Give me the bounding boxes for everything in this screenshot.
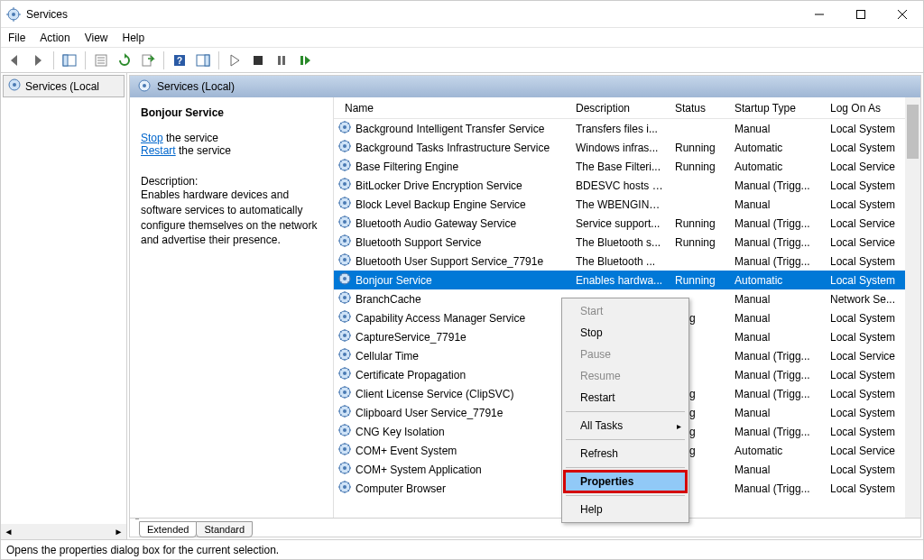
description-label: Description:	[141, 175, 322, 188]
col-status[interactable]: Status	[670, 102, 729, 115]
service-name: Base Filtering Engine	[356, 161, 458, 173]
service-row[interactable]: Background Intelligent Transfer ServiceT…	[334, 119, 920, 138]
ctx-pause: Pause	[564, 344, 687, 365]
service-description: The Base Filteri...	[570, 161, 670, 173]
ctx-refresh[interactable]: Refresh	[564, 443, 687, 464]
svg-point-30	[343, 125, 346, 129]
gear-icon	[7, 78, 22, 95]
svg-point-70	[343, 201, 346, 205]
ctx-all-tasks[interactable]: All Tasks▸	[564, 415, 687, 436]
svg-rect-20	[205, 55, 209, 66]
menu-help[interactable]: Help	[123, 32, 145, 44]
service-startup-type: Manual	[729, 331, 825, 344]
pause-service-button[interactable]	[272, 50, 291, 70]
service-log-on-as: Local System	[825, 312, 917, 325]
service-row[interactable]: Bonjour ServiceEnables hardwa...RunningA…	[334, 271, 920, 289]
refresh-button[interactable]	[115, 50, 134, 70]
service-description: The WBENGINE...	[570, 198, 670, 211]
back-button[interactable]	[5, 50, 24, 70]
start-service-button[interactable]	[225, 50, 245, 70]
service-row[interactable]: Bluetooth Audio Gateway ServiceService s…	[334, 214, 920, 233]
forward-button[interactable]	[28, 50, 48, 70]
nav-horizontal-scrollbar[interactable]: ◄ ►	[1, 524, 126, 539]
services-app-icon	[6, 7, 21, 22]
ctx-properties[interactable]: Properties	[564, 471, 687, 492]
gear-icon	[337, 120, 352, 137]
menu-view[interactable]: View	[85, 32, 108, 44]
ctx-all-tasks-label: All Tasks	[580, 419, 623, 432]
close-button[interactable]	[882, 1, 923, 27]
service-name: COM+ System Application	[356, 464, 482, 476]
ctx-stop[interactable]: Stop	[564, 322, 687, 344]
tab-extended[interactable]: Extended	[139, 521, 197, 537]
col-log-on-as[interactable]: Log On As	[825, 102, 917, 115]
service-name: COM+ Event System	[356, 445, 457, 457]
stop-service-button[interactable]	[248, 50, 268, 70]
vertical-scrollbar[interactable]	[905, 97, 920, 518]
tab-standard[interactable]: Standard	[196, 521, 253, 537]
service-row[interactable]: Block Level Backup Engine ServiceThe WBE…	[334, 195, 920, 214]
export-button[interactable]	[138, 50, 158, 70]
stop-link[interactable]: Stop	[141, 132, 163, 144]
menu-bar: File Action View Help	[1, 28, 923, 48]
svg-rect-24	[300, 56, 303, 65]
scrollbar-thumb[interactable]	[907, 105, 919, 159]
service-log-on-as: Local Service	[825, 161, 917, 173]
service-description: BDESVC hosts t...	[570, 179, 670, 192]
ctx-restart[interactable]: Restart	[564, 387, 687, 409]
service-log-on-as: Local Service	[825, 236, 917, 249]
restart-service-button[interactable]	[295, 50, 315, 70]
service-name: Background Intelligent Transfer Service	[356, 123, 544, 135]
service-row[interactable]: Background Tasks Infrastructure ServiceW…	[334, 138, 920, 157]
service-row[interactable]: Bluetooth User Support Service_7791eThe …	[334, 252, 920, 271]
service-status: Running	[670, 217, 729, 230]
svg-rect-11	[63, 55, 68, 66]
window-title: Services	[26, 8, 799, 21]
help-button[interactable]: ?	[170, 50, 189, 70]
title-bar: Services	[1, 1, 923, 28]
service-startup-type: Automatic	[729, 161, 825, 173]
tree-item-services-local[interactable]: Services (Local	[3, 75, 125, 97]
col-startup-type[interactable]: Startup Type	[729, 102, 825, 115]
menu-action[interactable]: Action	[40, 32, 69, 44]
ctx-resume: Resume	[564, 365, 687, 387]
service-name: Bluetooth Audio Gateway Service	[356, 217, 516, 230]
ctx-help[interactable]: Help	[564, 499, 687, 520]
service-log-on-as: Network Se...	[825, 293, 917, 306]
context-menu: Start Stop Pause Resume Restart All Task…	[561, 298, 689, 523]
col-description[interactable]: Description	[570, 102, 670, 115]
gear-icon	[337, 423, 352, 440]
show-hide-tree-button[interactable]	[60, 50, 79, 70]
service-startup-type: Manual	[729, 293, 825, 306]
service-log-on-as: Local System	[825, 123, 917, 135]
service-description: Windows infras...	[570, 142, 670, 154]
service-description: The Bluetooth s...	[570, 236, 670, 249]
scroll-right-icon[interactable]: ►	[111, 524, 126, 539]
maximize-button[interactable]	[840, 1, 882, 27]
service-name: Bluetooth Support Service	[356, 236, 481, 249]
svg-point-50	[343, 163, 346, 167]
service-log-on-as: Local System	[825, 388, 917, 400]
bottom-tabs: Extended Standard	[130, 518, 920, 537]
restart-link[interactable]: Restart	[141, 144, 176, 157]
service-row[interactable]: Base Filtering EngineThe Base Filteri...…	[334, 157, 920, 176]
svg-point-28	[143, 84, 146, 87]
svg-rect-22	[278, 56, 281, 65]
service-name: Certificate Propagation	[356, 369, 466, 381]
panel-header: Services (Local)	[130, 76, 920, 97]
minimize-button[interactable]	[799, 1, 840, 27]
scroll-left-icon[interactable]: ◄	[1, 524, 16, 539]
menu-file[interactable]: File	[8, 32, 25, 44]
service-row[interactable]: BitLocker Drive Encryption ServiceBDESVC…	[334, 176, 920, 195]
service-startup-type: Manual (Trigg...	[729, 236, 825, 249]
col-name[interactable]: Name	[334, 102, 570, 115]
service-log-on-as: Local System	[825, 331, 917, 344]
navigation-pane: Services (Local ◄ ►	[1, 73, 127, 539]
gear-icon	[337, 139, 352, 156]
properties-button[interactable]	[91, 50, 111, 70]
service-status: Running	[670, 142, 729, 154]
service-log-on-as: Local Service	[825, 350, 917, 363]
service-row[interactable]: Bluetooth Support ServiceThe Bluetooth s…	[334, 233, 920, 252]
svg-point-170	[343, 390, 346, 394]
show-hide-action-button[interactable]	[193, 50, 213, 70]
